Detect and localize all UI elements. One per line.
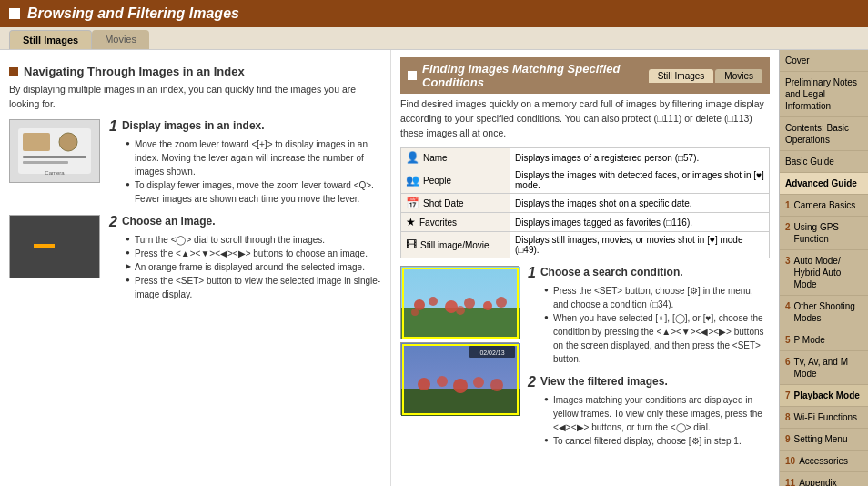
people-icon: 👥 (406, 174, 419, 187)
step-2: 2 Choose an image. Turn the <◯> dial to … (9, 215, 381, 301)
sidebar-item-basic-guide[interactable]: Basic Guide (780, 151, 868, 173)
page-title-bar: Browsing and Filtering Images (0, 0, 868, 27)
image-previews: 02/02/13 (400, 266, 519, 457)
step-1-bullet-2: To display fewer images, move the zoom l… (126, 178, 381, 206)
still-movie-icon: 🎞 (406, 238, 417, 251)
sidebar-label-accessories: Accessories (799, 455, 848, 467)
sidebar-num-3: 3 (785, 255, 791, 290)
title-icon (9, 8, 20, 19)
sidebar-label-appendix: Appendix (799, 477, 837, 486)
search-step-1-body: Press the <SET> button, choose [⚙] in th… (528, 284, 770, 366)
search-step-1-bullet-1: Press the <SET> button, choose [⚙] in th… (544, 284, 770, 311)
step-2-bullet-1: Turn the <◯> dial to scroll through the … (126, 233, 381, 247)
search-step-2: 2 View the filtered images. Images match… (528, 375, 770, 448)
sidebar-num-11: 11 (785, 477, 795, 486)
sidebar-label-p-mode: P Mode (794, 334, 825, 346)
sidebar-item-auto-mode[interactable]: 3 Auto Mode/ Hybrid Auto Mode (780, 250, 868, 296)
sidebar-label-tv-av-m: Tv, Av, and M Mode (794, 356, 863, 380)
search-step-2-bullet-2: To cancel filtered display, choose [⚙] i… (544, 434, 770, 448)
svg-point-23 (473, 377, 484, 388)
sidebar-item-appendix[interactable]: 11 Appendix (780, 472, 868, 486)
sidebar-item-preliminary[interactable]: Preliminary Notes and Legal Information (780, 72, 868, 117)
svg-point-11 (445, 300, 458, 313)
filter-table: 👤Name Displays images of a registered pe… (400, 147, 770, 258)
svg-rect-2 (23, 133, 50, 151)
sidebar-label-gps: Using GPS Function (794, 221, 863, 245)
table-row: 👥People Displays the images with detecte… (401, 167, 770, 194)
svg-point-14 (496, 297, 507, 308)
sidebar-label-other-shooting: Other Shooting Modes (794, 300, 863, 324)
sidebar-item-other-shooting[interactable]: 4 Other Shooting Modes (780, 296, 868, 329)
sidebar-num-7: 7 (785, 390, 791, 401)
step-1: Camera 1 Display images in an index. Mov… (9, 119, 381, 206)
bottom-split: 02/02/13 1 Choose a search condition. Pr… (400, 266, 770, 457)
sidebar-item-playback[interactable]: 7 Playback Mode (780, 385, 868, 407)
preview-image-2: 02/02/13 (400, 342, 519, 415)
sidebar-item-gps[interactable]: 2 Using GPS Function (780, 217, 868, 250)
tab-still-images-right[interactable]: Still Images (649, 69, 714, 83)
sidebar-label-playback: Playback Mode (794, 390, 860, 401)
right-title-icon (408, 71, 417, 80)
sidebar-item-camera-basics[interactable]: 1 Camera Basics (780, 195, 868, 217)
heading-icon (9, 67, 18, 76)
sidebar-label-camera-basics: Camera Basics (794, 199, 856, 211)
search-step-1-bullet-2: When you have selected [♀], [◯], or [♥],… (544, 311, 770, 366)
search-step-2-title: View the filtered images. (540, 375, 668, 388)
step-1-title: Display images in an index. (122, 119, 265, 132)
svg-point-10 (429, 297, 438, 306)
step-1-header: 1 Display images in an index. (109, 119, 381, 134)
right-panel: Finding Images Matching Specified Condit… (391, 50, 779, 486)
sidebar-num-9: 9 (785, 433, 791, 445)
favorites-icon: ★ (406, 216, 416, 228)
sidebar-num-6: 6 (785, 356, 791, 380)
svg-point-13 (483, 301, 492, 310)
sidebar-item-tv-av-m[interactable]: 6 Tv, Av, and M Mode (780, 351, 868, 385)
tab-movies-right[interactable]: Movies (715, 69, 762, 83)
table-row: 🎞Still image/Movie Displays still images… (401, 232, 770, 258)
sidebar-num-4: 4 (785, 300, 791, 324)
subsection-heading: Navigating Through Images in an Index (9, 65, 381, 78)
svg-rect-4 (23, 156, 86, 158)
sidebar-item-cover[interactable]: Cover (780, 50, 868, 72)
sidebar-item-accessories[interactable]: 10 Accessories (780, 451, 868, 472)
right-tab-bar: Still Images Movies (649, 69, 762, 83)
intro-text: By displaying multiple images in an inde… (9, 83, 381, 112)
step-2-body: Turn the <◯> dial to scroll through the … (109, 233, 381, 301)
svg-text:Camera: Camera (45, 170, 65, 176)
svg-rect-5 (23, 161, 68, 164)
search-step-2-number: 2 (528, 375, 536, 390)
svg-point-21 (437, 376, 448, 387)
sidebar-num-2: 2 (785, 221, 791, 245)
sidebar-item-advanced-guide[interactable]: Advanced Guide (780, 173, 868, 195)
right-title-bar: Finding Images Matching Specified Condit… (400, 57, 770, 94)
step-2-header: 2 Choose an image. (109, 215, 381, 229)
left-panel: Navigating Through Images in an Index By… (0, 50, 391, 486)
svg-point-24 (490, 379, 503, 391)
sidebar-item-p-mode[interactable]: 5 P Mode (780, 329, 868, 351)
svg-point-16 (456, 306, 465, 315)
step-2-bullet-2: Press the <▲><▼><◀><▶> buttons to choose… (126, 247, 381, 260)
svg-point-22 (453, 379, 468, 393)
sidebar-item-contents[interactable]: Contents: Basic Operations (780, 117, 868, 151)
tab-movies-left[interactable]: Movies (92, 30, 149, 49)
tab-still-images-left[interactable]: Still Images (9, 30, 92, 49)
search-step-1-number: 1 (528, 266, 536, 280)
right-section-title: Finding Images Matching Specified Condit… (422, 62, 643, 89)
step-1-number: 1 (109, 119, 117, 134)
sidebar-item-wifi[interactable]: 8 Wi-Fi Functions (780, 407, 868, 429)
sidebar-num-8: 8 (785, 411, 791, 423)
search-step-2-header: 2 View the filtered images. (528, 375, 770, 390)
sidebar-item-setting-menu[interactable]: 9 Setting Menu (780, 429, 868, 451)
left-tab-bar: Still Images Movies (0, 27, 868, 50)
sidebar: Cover Preliminary Notes and Legal Inform… (779, 50, 868, 486)
step-2-title: Choose an image. (122, 215, 216, 228)
page-title: Browsing and Filtering Images (27, 5, 239, 22)
step-1-image: Camera (9, 119, 100, 183)
step-2-number: 2 (109, 215, 117, 229)
table-row: 📅Shot Date Displays the images shot on a… (401, 194, 770, 213)
sidebar-num-1: 1 (785, 199, 791, 211)
sidebar-label-auto-mode: Auto Mode/ Hybrid Auto Mode (794, 255, 863, 290)
table-row: ★Favorites Displays images tagged as fav… (401, 213, 770, 232)
svg-point-3 (59, 133, 77, 151)
svg-point-12 (464, 298, 475, 309)
